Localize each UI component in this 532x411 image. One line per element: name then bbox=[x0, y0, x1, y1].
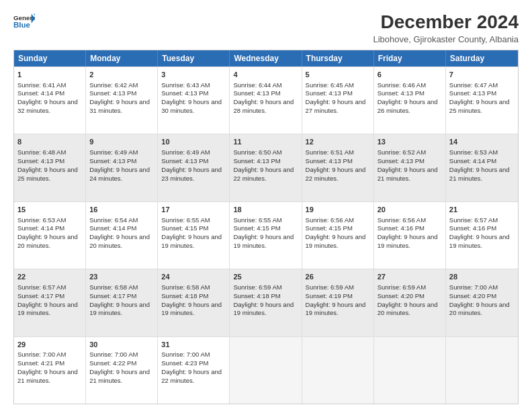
sunrise: Sunrise: 6:55 AM bbox=[233, 216, 281, 224]
daylight: Daylight: 9 hours and 25 minutes. bbox=[449, 98, 510, 114]
cal-header-day: Monday bbox=[86, 50, 158, 66]
cal-week: 1Sunrise: 6:41 AMSunset: 4:14 PMDaylight… bbox=[14, 66, 518, 134]
daylight: Daylight: 9 hours and 20 minutes. bbox=[449, 301, 510, 317]
cal-cell: 7Sunrise: 6:47 AMSunset: 4:13 PMDaylight… bbox=[446, 67, 518, 134]
cal-cell: 8Sunrise: 6:48 AMSunset: 4:13 PMDaylight… bbox=[14, 134, 86, 201]
daylight: Daylight: 9 hours and 25 minutes. bbox=[17, 166, 78, 182]
sunset: Sunset: 4:21 PM bbox=[17, 359, 64, 367]
sunset: Sunset: 4:15 PM bbox=[161, 224, 208, 232]
cal-cell: 1Sunrise: 6:41 AMSunset: 4:14 PMDaylight… bbox=[14, 67, 86, 134]
cal-cell: 4Sunrise: 6:44 AMSunset: 4:13 PMDaylight… bbox=[230, 67, 302, 134]
day-number: 7 bbox=[449, 70, 515, 80]
sunrise: Sunrise: 6:57 AM bbox=[17, 283, 66, 291]
cal-week: 15Sunrise: 6:53 AMSunset: 4:14 PMDayligh… bbox=[14, 201, 518, 269]
cal-cell: 9Sunrise: 6:49 AMSunset: 4:13 PMDaylight… bbox=[86, 134, 158, 201]
sunrise: Sunrise: 6:56 AM bbox=[306, 216, 354, 224]
sunrise: Sunrise: 6:59 AM bbox=[233, 283, 281, 291]
sunset: Sunset: 4:16 PM bbox=[378, 224, 425, 232]
daylight: Daylight: 9 hours and 19 minutes. bbox=[306, 301, 366, 317]
cal-week: 29Sunrise: 7:00 AMSunset: 4:21 PMDayligh… bbox=[14, 336, 518, 404]
day-number: 23 bbox=[89, 272, 154, 282]
sunset: Sunset: 4:13 PM bbox=[233, 157, 280, 165]
sunset: Sunset: 4:17 PM bbox=[89, 292, 136, 300]
page: General Blue December 2024 Libohove, Gji… bbox=[0, 0, 532, 411]
day-number: 18 bbox=[233, 205, 298, 215]
cal-cell: 16Sunrise: 6:54 AMSunset: 4:14 PMDayligh… bbox=[86, 202, 158, 269]
cal-cell bbox=[230, 337, 302, 404]
daylight: Daylight: 9 hours and 19 minutes. bbox=[378, 233, 438, 249]
daylight: Daylight: 9 hours and 19 minutes. bbox=[233, 301, 294, 317]
cal-cell: 29Sunrise: 7:00 AMSunset: 4:21 PMDayligh… bbox=[14, 337, 86, 404]
cal-cell: 30Sunrise: 7:00 AMSunset: 4:22 PMDayligh… bbox=[86, 337, 158, 404]
daylight: Daylight: 9 hours and 21 minutes. bbox=[89, 368, 150, 384]
cal-cell bbox=[302, 337, 374, 404]
daylight: Daylight: 9 hours and 31 minutes. bbox=[89, 98, 150, 114]
logo: General Blue bbox=[13, 12, 35, 31]
daylight: Daylight: 9 hours and 28 minutes. bbox=[233, 98, 294, 114]
calendar-header: SundayMondayTuesdayWednesdayThursdayFrid… bbox=[14, 50, 518, 66]
day-number: 8 bbox=[17, 137, 82, 147]
cal-week: 22Sunrise: 6:57 AMSunset: 4:17 PMDayligh… bbox=[14, 269, 518, 336]
day-number: 29 bbox=[17, 340, 82, 350]
sunrise: Sunrise: 6:54 AM bbox=[89, 216, 138, 224]
cal-cell: 31Sunrise: 7:00 AMSunset: 4:23 PMDayligh… bbox=[158, 337, 230, 404]
sunrise: Sunrise: 6:45 AM bbox=[306, 81, 354, 89]
day-number: 12 bbox=[306, 137, 370, 147]
daylight: Daylight: 9 hours and 19 minutes. bbox=[89, 301, 150, 317]
cal-cell: 5Sunrise: 6:45 AMSunset: 4:13 PMDaylight… bbox=[302, 67, 374, 134]
day-number: 10 bbox=[161, 137, 226, 147]
sunset: Sunset: 4:13 PM bbox=[161, 157, 208, 165]
day-number: 14 bbox=[449, 137, 515, 147]
daylight: Daylight: 9 hours and 19 minutes. bbox=[161, 301, 222, 317]
main-title: December 2024 bbox=[373, 12, 519, 33]
sunrise: Sunrise: 6:44 AM bbox=[233, 81, 281, 89]
sunrise: Sunrise: 6:41 AM bbox=[17, 81, 66, 89]
daylight: Daylight: 9 hours and 20 minutes. bbox=[89, 233, 150, 249]
day-number: 11 bbox=[233, 137, 298, 147]
calendar-body: 1Sunrise: 6:41 AMSunset: 4:14 PMDaylight… bbox=[14, 66, 518, 404]
cal-cell: 20Sunrise: 6:56 AMSunset: 4:16 PMDayligh… bbox=[374, 202, 446, 269]
sunset: Sunset: 4:15 PM bbox=[306, 224, 353, 232]
sunrise: Sunrise: 6:57 AM bbox=[449, 216, 498, 224]
daylight: Daylight: 9 hours and 26 minutes. bbox=[378, 98, 438, 114]
sunset: Sunset: 4:14 PM bbox=[449, 157, 496, 165]
cal-cell: 2Sunrise: 6:42 AMSunset: 4:13 PMDaylight… bbox=[86, 67, 158, 134]
sunset: Sunset: 4:13 PM bbox=[17, 157, 64, 165]
day-number: 16 bbox=[89, 205, 154, 215]
daylight: Daylight: 9 hours and 21 minutes. bbox=[378, 166, 438, 182]
sunrise: Sunrise: 6:48 AM bbox=[17, 148, 66, 156]
cal-week: 8Sunrise: 6:48 AMSunset: 4:13 PMDaylight… bbox=[14, 134, 518, 201]
sunrise: Sunrise: 6:58 AM bbox=[89, 283, 138, 291]
cal-cell: 28Sunrise: 7:00 AMSunset: 4:20 PMDayligh… bbox=[446, 269, 518, 336]
daylight: Daylight: 9 hours and 22 minutes. bbox=[233, 166, 294, 182]
day-number: 31 bbox=[161, 340, 226, 350]
sunset: Sunset: 4:18 PM bbox=[161, 292, 208, 300]
daylight: Daylight: 9 hours and 27 minutes. bbox=[306, 98, 366, 114]
day-number: 24 bbox=[161, 272, 226, 282]
day-number: 27 bbox=[378, 272, 442, 282]
sunrise: Sunrise: 7:00 AM bbox=[161, 351, 210, 358]
daylight: Daylight: 9 hours and 19 minutes. bbox=[306, 233, 366, 249]
cal-header-day: Tuesday bbox=[158, 50, 230, 66]
cal-cell: 14Sunrise: 6:53 AMSunset: 4:14 PMDayligh… bbox=[446, 134, 518, 201]
daylight: Daylight: 9 hours and 23 minutes. bbox=[161, 166, 222, 182]
cal-cell: 13Sunrise: 6:52 AMSunset: 4:13 PMDayligh… bbox=[374, 134, 446, 201]
sunrise: Sunrise: 6:51 AM bbox=[306, 148, 354, 156]
sunset: Sunset: 4:23 PM bbox=[161, 359, 208, 367]
sunrise: Sunrise: 6:53 AM bbox=[17, 216, 66, 224]
daylight: Daylight: 9 hours and 21 minutes. bbox=[449, 166, 510, 182]
sunrise: Sunrise: 6:46 AM bbox=[378, 81, 426, 89]
day-number: 6 bbox=[378, 70, 442, 80]
cal-cell: 15Sunrise: 6:53 AMSunset: 4:14 PMDayligh… bbox=[14, 202, 86, 269]
cal-cell: 23Sunrise: 6:58 AMSunset: 4:17 PMDayligh… bbox=[86, 269, 158, 336]
sunset: Sunset: 4:19 PM bbox=[306, 292, 353, 300]
logo-icon: General Blue bbox=[13, 12, 35, 31]
sunset: Sunset: 4:20 PM bbox=[378, 292, 425, 300]
cal-cell: 26Sunrise: 6:59 AMSunset: 4:19 PMDayligh… bbox=[302, 269, 374, 336]
header: General Blue December 2024 Libohove, Gji… bbox=[13, 12, 519, 44]
day-number: 21 bbox=[449, 205, 515, 215]
cal-cell: 21Sunrise: 6:57 AMSunset: 4:16 PMDayligh… bbox=[446, 202, 518, 269]
svg-text:Blue: Blue bbox=[13, 21, 31, 29]
sunrise: Sunrise: 6:56 AM bbox=[378, 216, 426, 224]
day-number: 17 bbox=[161, 205, 226, 215]
